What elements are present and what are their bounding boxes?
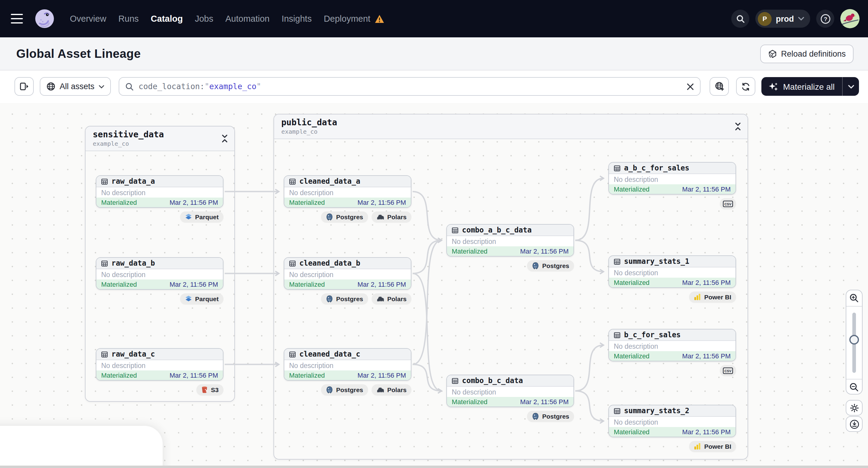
asset-node-header: summary_stats_2 xyxy=(609,405,736,417)
download-icon xyxy=(849,419,859,429)
graph-settings-button[interactable] xyxy=(846,400,863,415)
reload-definitions-button[interactable]: Reload definitions xyxy=(760,44,854,63)
table-icon xyxy=(614,258,620,265)
lineage-canvas[interactable]: sensitive_dataexample_copublic_dataexamp… xyxy=(0,103,868,468)
asset-description: No description xyxy=(609,268,736,278)
refresh-button[interactable] xyxy=(736,77,755,96)
csv-file-icon: CSV xyxy=(723,200,733,207)
asset-description: No description xyxy=(609,174,736,184)
asset-status-row: MaterializedMar 2, 11:56 PM xyxy=(609,184,736,194)
table-icon xyxy=(452,227,458,233)
table-icon xyxy=(614,332,620,338)
asset-tags-row: Parquet xyxy=(96,293,223,304)
asset-name: summary_stats_2 xyxy=(624,407,689,415)
asset-status-row: MaterializedMar 2, 11:56 PM xyxy=(447,397,574,407)
nav-item-jobs[interactable]: Jobs xyxy=(195,14,213,24)
polars-icon xyxy=(376,386,384,393)
materialized-timestamp: Mar 2, 11:56 PM xyxy=(358,199,406,206)
asset-node-summary_stats_1[interactable]: summary_stats_1No descriptionMaterialize… xyxy=(609,255,736,288)
clear-search-icon[interactable] xyxy=(687,83,694,90)
group-header[interactable]: sensitive_dataexample_co xyxy=(86,126,234,151)
asset-search-input[interactable]: code_location:"example_co" xyxy=(119,77,701,96)
asset-node-cleaned_data_a[interactable]: cleaned_data_aNo descriptionMaterialized… xyxy=(284,175,411,208)
globe-add-icon xyxy=(714,81,724,92)
asset-node-cleaned_data_b[interactable]: cleaned_data_bNo descriptionMaterialized… xyxy=(284,257,411,290)
collapse-group-button[interactable] xyxy=(734,122,742,131)
environment-switcher[interactable]: P prod xyxy=(755,10,810,28)
group-header[interactable]: public_dataexample_co xyxy=(274,115,747,139)
asset-node-header: a_b_c_for_sales xyxy=(609,163,736,174)
asset-name: combo_b_c_data xyxy=(462,376,523,385)
asset-node-raw_data_a[interactable]: raw_data_aNo descriptionMaterializedMar … xyxy=(96,175,223,208)
zoom-slider[interactable] xyxy=(846,306,862,379)
asset-node-raw_data_c[interactable]: raw_data_cNo descriptionMaterializedMar … xyxy=(96,348,223,381)
materialized-status: Materialized xyxy=(614,428,650,435)
nav-item-deployment[interactable]: Deployment xyxy=(324,14,384,24)
asset-node-cleaned_data_c[interactable]: cleaned_data_cNo descriptionMaterialized… xyxy=(284,348,411,381)
asset-node-combo_b_c_data[interactable]: combo_b_c_dataNo descriptionMaterialized… xyxy=(446,375,574,407)
postgres-icon xyxy=(532,262,539,270)
asset-name: b_c_for_sales xyxy=(624,331,681,339)
asset-node-header: b_c_for_sales xyxy=(609,330,736,341)
nav-item-label: Catalog xyxy=(151,14,183,24)
tag-parquet: Parquet xyxy=(180,211,223,222)
asset-node-combo_a_b_c_data[interactable]: combo_a_b_c_dataNo descriptionMaterializ… xyxy=(446,224,574,257)
materialized-status: Materialized xyxy=(289,281,325,288)
asset-tags-row: CSV xyxy=(609,198,736,209)
page-header: Global Asset Lineage Reload definitions xyxy=(0,37,868,70)
nav-item-overview[interactable]: Overview xyxy=(70,14,106,24)
search-query: code_location:"example_co" xyxy=(138,82,261,91)
asset-description: No description xyxy=(447,387,574,397)
zoom-slider-thumb[interactable] xyxy=(849,335,859,345)
nav-item-runs[interactable]: Runs xyxy=(118,14,139,24)
globe-add-button[interactable] xyxy=(710,77,729,96)
collapse-group-button[interactable] xyxy=(220,134,229,143)
reload-cube-icon xyxy=(768,50,777,58)
zoom-in-button[interactable] xyxy=(846,290,862,306)
collapse-group-icon xyxy=(734,122,742,131)
dagster-logo-icon[interactable] xyxy=(33,7,57,31)
download-graph-button[interactable] xyxy=(846,416,863,432)
nav-item-label: Overview xyxy=(70,14,106,24)
tag-label: Polars xyxy=(387,386,407,393)
zoom-out-button[interactable] xyxy=(846,379,862,395)
asset-filter-button[interactable]: All assets xyxy=(40,77,111,96)
tag-polars: Polars xyxy=(372,211,411,222)
asset-description: No description xyxy=(447,236,574,246)
asset-name: cleaned_data_c xyxy=(299,350,360,358)
table-icon xyxy=(101,351,108,357)
asset-node-header: cleaned_data_a xyxy=(284,176,411,187)
asset-tags-row: S3 xyxy=(96,384,223,395)
hamburger-menu-icon[interactable] xyxy=(8,9,28,28)
nav-item-catalog[interactable]: Catalog xyxy=(151,14,183,24)
page-title: Global Asset Lineage xyxy=(16,37,141,70)
user-avatar[interactable] xyxy=(840,9,860,28)
nav-item-automation[interactable]: Automation xyxy=(225,14,270,24)
powerbi-icon xyxy=(694,293,701,301)
dagster-app: OverviewRunsCatalogJobsAutomationInsight… xyxy=(0,0,868,468)
asset-node-a_b_c_for_sales[interactable]: a_b_c_for_salesNo descriptionMaterialize… xyxy=(609,162,736,194)
help-icon[interactable]: ? xyxy=(816,10,834,28)
table-icon xyxy=(289,351,296,357)
materialize-options-caret[interactable] xyxy=(843,85,859,88)
asset-node-b_c_for_sales[interactable]: b_c_for_salesNo descriptionMaterializedM… xyxy=(609,329,736,362)
asset-node-raw_data_b[interactable]: raw_data_bNo descriptionMaterializedMar … xyxy=(96,257,223,290)
postgres-icon xyxy=(532,412,539,420)
asset-name: raw_data_a xyxy=(112,177,155,186)
search-icon[interactable] xyxy=(731,10,749,28)
materialized-status: Materialized xyxy=(101,372,137,379)
nav-item-insights[interactable]: Insights xyxy=(282,14,312,24)
tag-s3: S3 xyxy=(196,384,223,395)
materialized-status: Materialized xyxy=(289,199,325,206)
powerbi-icon xyxy=(694,443,701,450)
asset-node-header: raw_data_b xyxy=(96,258,223,269)
panel-toggle-button[interactable] xyxy=(14,77,34,96)
materialized-status: Materialized xyxy=(452,248,488,255)
asset-node-summary_stats_2[interactable]: summary_stats_2No descriptionMaterialize… xyxy=(609,405,736,437)
environment-label: prod xyxy=(776,14,794,23)
tag-postgres: Postgres xyxy=(527,260,574,271)
materialize-all-split-button: Materialize all xyxy=(762,77,859,96)
materialize-all-button[interactable]: Materialize all xyxy=(762,82,842,91)
warning-icon xyxy=(375,14,384,23)
table-icon xyxy=(289,260,296,267)
